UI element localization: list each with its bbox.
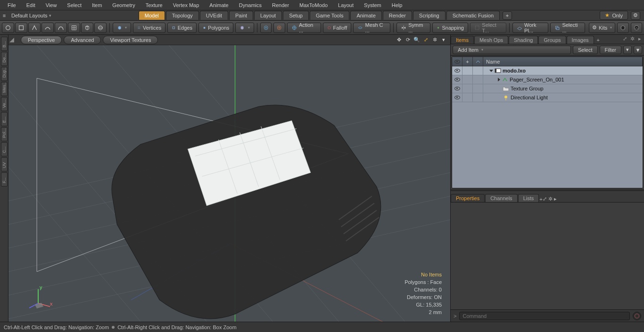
dock-tab-7[interactable]: C... [1, 142, 8, 156]
kits-dropdown[interactable]: ⚙Kits▾ [589, 23, 615, 33]
only-button[interactable]: ★Only [600, 11, 628, 20]
vptab-perspective[interactable]: Perspective [21, 36, 62, 44]
prim-curve-icon[interactable] [41, 23, 54, 33]
menu-geometry[interactable]: Geometry [107, 1, 140, 9]
select-through-dropdown[interactable]: Select T... [470, 23, 506, 33]
menu-help[interactable]: Help [387, 1, 407, 9]
dock-tab-0[interactable]: B... [1, 37, 8, 51]
prim-sphere-icon[interactable] [94, 23, 107, 33]
chevron-right-icon[interactable] [498, 78, 500, 81]
selection-sets-dropdown[interactable]: Selecti ... [550, 23, 585, 33]
menu-texture[interactable]: Texture [141, 1, 167, 9]
record-button[interactable] [633, 312, 641, 320]
selmode-polygons[interactable]: Polygons [198, 23, 233, 33]
tab-paint[interactable]: Paint [229, 11, 253, 20]
menu-vertexmap[interactable]: Vertex Map [168, 1, 204, 9]
dock-tab-8[interactable]: UV [1, 157, 8, 171]
dock-tab-2[interactable]: Dup... [1, 67, 8, 81]
select-button[interactable]: Select [573, 46, 598, 54]
filter-button[interactable]: Filter [600, 46, 621, 54]
tab-topology[interactable]: Topology [166, 11, 199, 20]
mesh-constraint-dropdown[interactable]: Mesh C ... [353, 23, 390, 33]
prim-bezier-icon[interactable] [55, 23, 67, 33]
prim-circle-icon[interactable] [2, 23, 14, 33]
props-close-icon[interactable]: ▸ [554, 196, 557, 202]
ptab-add[interactable]: + [594, 36, 602, 44]
item-tree[interactable]: + Name modo.lxo Pager_Screen_On_001 [452, 57, 643, 188]
prim-cube-icon[interactable] [81, 23, 93, 33]
tool-a-icon[interactable] [260, 23, 272, 33]
selmode-edges[interactable]: Edges [167, 23, 197, 33]
tab-render[interactable]: Render [383, 11, 412, 20]
pptab-lists[interactable]: Lists [518, 194, 539, 202]
funnel-icon[interactable]: ▼ [634, 46, 642, 54]
vp-zoom-icon[interactable]: 🔍 [413, 36, 421, 44]
tab-animate[interactable]: Animate [350, 11, 381, 20]
vp-fit-icon[interactable]: ⤢ [422, 36, 429, 44]
hamburger-icon[interactable]: ≡ [0, 13, 8, 18]
props-expand-icon[interactable]: ⤢ [543, 196, 547, 202]
panel-close-icon[interactable]: ▸ [636, 35, 643, 42]
col-add-icon[interactable]: + [462, 57, 473, 66]
vp-gear-icon[interactable]: ✲ [431, 36, 438, 44]
tree-row-texgroup[interactable]: Texture Group [452, 84, 643, 93]
vp-menu-icon[interactable]: ▾ [440, 36, 447, 44]
prim-grid-icon[interactable] [68, 23, 80, 33]
falloff-dropdown[interactable]: Falloff [323, 23, 352, 33]
dock-tab-4[interactable]: Ve... [1, 97, 8, 111]
dock-tab-1[interactable]: De... [1, 52, 8, 66]
tab-schematicfusion[interactable]: Schematic Fusion [446, 11, 500, 20]
tab-layout[interactable]: Layout [254, 11, 282, 20]
panel-expand-icon[interactable]: ⤢ [621, 35, 628, 42]
ptab-groups[interactable]: Groups [538, 36, 566, 44]
viewport-corner-handle[interactable] [9, 38, 14, 42]
menu-system[interactable]: System [359, 1, 386, 9]
add-tab-button[interactable]: + [503, 11, 512, 20]
selmode-items-dropdown[interactable]: ▾ [235, 23, 254, 33]
props-gear-icon[interactable]: ✲ [548, 196, 553, 202]
selmode-vertices[interactable]: Vertices [133, 23, 165, 33]
col-visibility-icon[interactable] [452, 57, 462, 66]
ptab-meshops[interactable]: Mesh Ops [474, 36, 508, 44]
menu-dynamics[interactable]: Dynamics [234, 1, 266, 9]
tool-b-icon[interactable] [273, 23, 285, 33]
engine-icon-b[interactable] [631, 23, 642, 33]
axis-gizmo[interactable]: y x [26, 282, 55, 310]
menu-select[interactable]: Select [62, 1, 86, 9]
menu-file[interactable]: File [3, 1, 21, 9]
prim-pen-icon[interactable] [28, 23, 41, 33]
filter-menu-icon[interactable]: ▾ [623, 46, 632, 54]
add-item-dropdown[interactable]: Add Item [453, 46, 571, 54]
panel-gear-icon[interactable]: ✲ [629, 35, 636, 42]
tab-scripting[interactable]: Scripting [413, 11, 446, 20]
pptab-properties[interactable]: Properties [451, 194, 485, 202]
menu-animate[interactable]: Animate [205, 1, 233, 9]
menu-maxtomodo[interactable]: MaxToModo [295, 1, 332, 9]
ptab-shading[interactable]: Shading [509, 36, 538, 44]
workplane-dropdown[interactable]: Work Pl... [512, 23, 548, 33]
symmetry-dropdown[interactable]: Symm ... [396, 23, 431, 33]
menu-item[interactable]: Item [87, 1, 107, 9]
engine-icon-a[interactable] [617, 23, 628, 33]
command-input[interactable] [459, 312, 630, 320]
layouts-dropdown[interactable]: Default Layouts [8, 13, 54, 18]
chevron-down-icon[interactable] [489, 70, 493, 72]
prim-square-icon[interactable] [15, 23, 27, 33]
tab-setup[interactable]: Setup [283, 11, 309, 20]
tree-row-mesh[interactable]: Pager_Screen_On_001 [452, 75, 643, 84]
dock-tab-6[interactable]: Pol... [1, 127, 8, 141]
col-type-icon[interactable] [473, 57, 483, 66]
menu-layout[interactable]: Layout [333, 1, 358, 9]
selmode-prim-dropdown[interactable]: ▾ [113, 23, 131, 33]
ptab-items[interactable]: Items [451, 36, 474, 44]
pptab-channels[interactable]: Channels [485, 194, 517, 202]
dock-tab-5[interactable]: E... [1, 112, 8, 126]
menu-edit[interactable]: Edit [22, 1, 40, 9]
dock-tab-9[interactable]: F... [1, 172, 8, 186]
panel-splitter[interactable] [451, 189, 644, 191]
menu-render[interactable]: Render [267, 1, 294, 9]
col-name[interactable]: Name [483, 57, 643, 66]
settings-gear-button[interactable]: ⚙ [631, 11, 640, 20]
tree-row-light[interactable]: Directional Light [452, 93, 643, 102]
action-center-dropdown[interactable]: Action ... [287, 23, 321, 33]
